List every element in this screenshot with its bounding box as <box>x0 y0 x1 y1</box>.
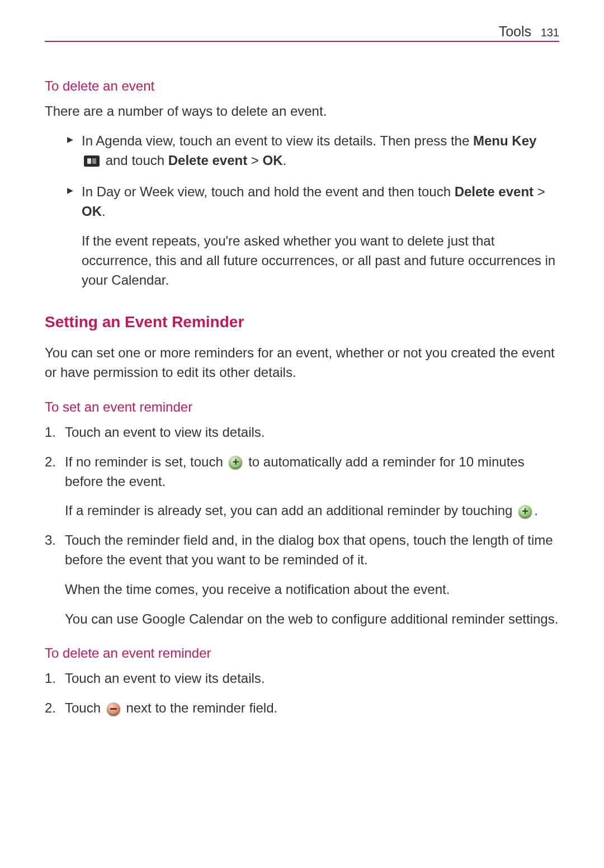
text-menu-key: Menu Key <box>473 133 536 148</box>
text-fragment: In Day or Week view, touch and hold the … <box>82 184 455 199</box>
repeat-event-note: If the event repeats, you're asked wheth… <box>82 232 559 290</box>
step-reminder-field: Touch the reminder field and, in the dia… <box>45 531 559 629</box>
text-fragment: If a reminder is already set, you can ad… <box>65 503 516 518</box>
plus-icon <box>518 505 532 518</box>
text-fragment: > <box>534 184 545 199</box>
text-fragment: . <box>283 153 287 168</box>
text-fragment: Touch the reminder field and, in the dia… <box>65 532 553 567</box>
header-section-label: Tools <box>499 23 531 40</box>
step-add-reminder: If no reminder is set, touch to automati… <box>45 452 559 521</box>
subheading-set-reminder: To set an event reminder <box>45 399 559 415</box>
header-divider <box>45 41 559 42</box>
step-touch-event: Touch an event to view its details. <box>45 423 559 442</box>
plus-icon <box>229 456 242 469</box>
setting-reminder-intro: You can set one or more reminders for an… <box>45 343 559 383</box>
text-delete-event: Delete event <box>168 153 247 168</box>
bullet-day-week-view: In Day or Week view, touch and hold the … <box>67 182 559 290</box>
text-fragment: > <box>247 153 262 168</box>
text-fragment: . <box>534 503 538 518</box>
text-fragment: next to the reminder field. <box>122 700 277 715</box>
text-fragment: In Agenda view, touch an event to view i… <box>82 133 473 148</box>
subheading-delete-event: To delete an event <box>45 78 559 94</box>
text-fragment: and touch <box>102 153 168 168</box>
bullet-agenda-view: In Agenda view, touch an event to view i… <box>67 131 559 171</box>
heading-setting-reminder: Setting an Event Reminder <box>45 313 559 331</box>
step-touch-event-delete: Touch an event to view its details. <box>45 669 559 688</box>
text-fragment: Touch <box>65 700 105 715</box>
notification-note: When the time comes, you receive a notif… <box>65 580 559 600</box>
delete-event-intro: There are a number of ways to delete an … <box>45 102 559 121</box>
set-reminder-steps: Touch an event to view its details. If n… <box>45 423 559 629</box>
text-delete-event: Delete event <box>455 184 534 199</box>
text-ok: OK <box>82 204 102 219</box>
menu-key-icon <box>84 155 100 167</box>
delete-reminder-steps: Touch an event to view its details. Touc… <box>45 669 559 718</box>
google-calendar-note: You can use Google Calendar on the web t… <box>65 610 559 629</box>
subheading-delete-reminder: To delete an event reminder <box>45 645 559 661</box>
page-number: 131 <box>541 26 559 39</box>
text-fragment: If no reminder is set, touch <box>65 454 226 469</box>
text-ok: OK <box>263 153 283 168</box>
text-fragment: . <box>102 204 106 219</box>
delete-event-bullets: In Agenda view, touch an event to view i… <box>45 131 559 290</box>
page-content: To delete an event There are a number of… <box>45 0 559 718</box>
step-touch-minus: Touch next to the reminder field. <box>45 699 559 718</box>
additional-reminder-note: If a reminder is already set, you can ad… <box>65 501 559 521</box>
minus-icon <box>107 702 120 716</box>
